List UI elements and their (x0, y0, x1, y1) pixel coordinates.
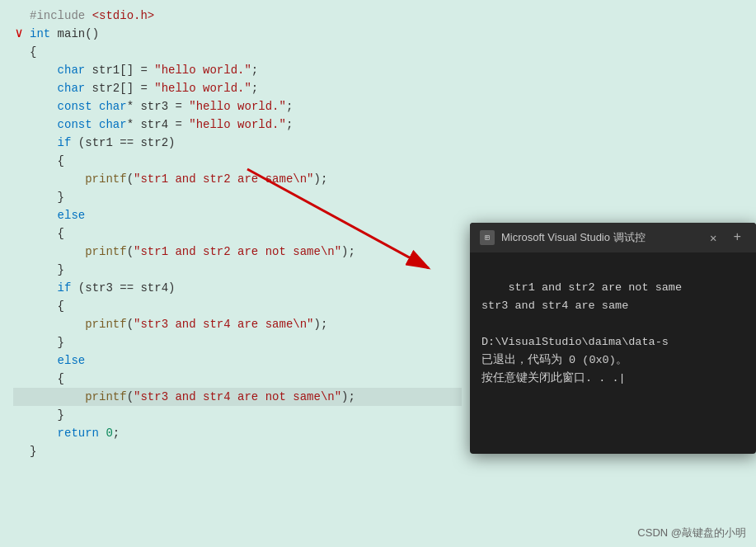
token-default: ; (113, 427, 120, 440)
code-line-19: } (13, 333, 462, 351)
code-line-4: char str2[] = "hello world."; (13, 79, 462, 97)
code-content-18: printf("str3 and str4 are same\n"); (30, 315, 462, 333)
token-default: { (30, 45, 36, 59)
token-default: { (58, 227, 64, 240)
code-content-22: printf("str3 and str4 are not same\n"); (30, 388, 462, 406)
token-default: ); (313, 172, 327, 186)
code-content-17: { (30, 297, 462, 315)
output-line-5: 已退出，代码为 0 (0x0)。 (481, 354, 627, 366)
token-include-file: <stdio.h> (92, 9, 155, 22)
token-kw: if (58, 136, 72, 149)
token-str: "str1 and str2 are same\n" (134, 172, 313, 186)
token-str: "str3 and str4 are not same\n" (134, 390, 341, 403)
token-default: } (58, 191, 64, 204)
code-line-10: printf("str1 and str2 are same\n"); (13, 170, 462, 188)
code-line-8: if (str1 == str2) (13, 134, 462, 152)
console-output: str1 and str2 are not same str3 and str4… (470, 252, 756, 414)
token-default: str1[] = (85, 64, 154, 77)
token-default: main() (50, 27, 99, 40)
code-line-13: { (13, 224, 462, 243)
token-kw: else (58, 354, 86, 367)
console-window: ⊞ Microsoft Visual Studio 调试控 ✕ + str1 a… (470, 223, 756, 454)
code-content-2: { (30, 43, 462, 61)
token-default: ; (286, 100, 293, 113)
token-default: * str4 = (127, 118, 190, 131)
token-kw: if (58, 281, 72, 295)
gutter-1: ∨ (13, 25, 25, 43)
code-content-0: #include <stdio.h> (30, 7, 462, 25)
token-default: ; (286, 118, 293, 131)
code-content-6: const char* str4 = "hello world."; (30, 116, 462, 134)
code-content-10: printf("str1 and str2 are same\n"); (30, 170, 462, 188)
token-default: ); (341, 245, 355, 258)
token-default: ; (251, 64, 258, 77)
code-line-0: #include <stdio.h> (13, 7, 462, 25)
token-fn: printf (85, 390, 126, 403)
token-default: { (58, 154, 64, 167)
token-kw: char (99, 100, 127, 113)
token-default: ( (127, 245, 134, 258)
token-default: ( (127, 390, 134, 403)
token-kw: else (58, 209, 86, 222)
token-kw: int (30, 27, 50, 40)
token-kw: const (58, 100, 92, 113)
output-line-2: str3 and str4 are same (481, 299, 628, 312)
token-str: "hello world." (154, 82, 251, 95)
code-line-12: else (13, 206, 462, 224)
output-line-1: str1 and str2 are not same (508, 281, 682, 294)
code-line-17: { (13, 297, 462, 315)
code-line-21: { (13, 370, 462, 388)
token-kw: return (58, 427, 99, 440)
console-plus-button[interactable]: + (728, 229, 746, 247)
token-kw: char (58, 64, 86, 77)
token-kw: char (58, 82, 86, 95)
code-content-25: } (30, 442, 462, 460)
token-fn: printf (85, 245, 126, 258)
console-title: Microsoft Visual Studio 调试控 (501, 230, 698, 245)
token-default: ); (341, 390, 355, 403)
code-line-5: const char* str3 = "hello world."; (13, 97, 462, 116)
code-line-15: } (13, 261, 462, 279)
code-line-6: const char* str4 = "hello world."; (13, 116, 462, 134)
code-content-11: } (30, 188, 462, 206)
code-content-15: } (30, 261, 462, 279)
token-default: } (58, 408, 64, 422)
code-line-9: { (13, 152, 462, 170)
code-line-3: char str1[] = "hello world."; (13, 61, 462, 79)
code-line-24: return 0; (13, 424, 462, 442)
token-default (92, 100, 99, 113)
token-default: ; (251, 82, 258, 95)
code-line-14: printf("str1 and str2 are not same\n"); (13, 243, 462, 261)
token-str: "str3 and str4 are same\n" (134, 318, 313, 331)
token-default: { (58, 372, 64, 385)
token-fn: printf (85, 172, 126, 186)
code-line-11: } (13, 188, 462, 206)
output-line-4: D:\VisualStudio\daima\data-s (481, 336, 669, 348)
code-content-3: char str1[] = "hello world."; (30, 61, 462, 79)
token-default: { (58, 299, 64, 313)
code-content-9: { (30, 152, 462, 170)
token-kw: const (58, 118, 92, 131)
code-content-5: const char* str3 = "hello world."; (30, 97, 462, 116)
code-line-2: { (13, 43, 462, 61)
output-line-6: 按任意键关闭此窗口. . .| (481, 372, 626, 384)
code-content-24: return 0; (30, 424, 462, 442)
token-default: * str3 = (127, 100, 190, 113)
code-content-23: } (30, 406, 462, 424)
console-close-button[interactable]: ✕ (705, 229, 721, 247)
token-default: } (58, 336, 64, 349)
code-content-14: printf("str1 and str2 are not same\n"); (30, 243, 462, 261)
token-default: ( (127, 172, 134, 186)
token-default: ( (127, 318, 134, 331)
console-app-icon: ⊞ (480, 230, 495, 245)
watermark: CSDN @敲键盘的小明 (637, 526, 746, 540)
code-line-23: } (13, 406, 462, 424)
code-content-20: else (30, 351, 462, 370)
token-default: } (58, 263, 64, 276)
code-content-4: char str2[] = "hello world."; (30, 79, 462, 97)
token-default: str2[] = (85, 82, 154, 95)
code-content-13: { (30, 224, 462, 243)
code-line-20: else (13, 351, 462, 370)
token-default: ); (313, 318, 327, 331)
code-content-1: int main() (30, 25, 462, 43)
